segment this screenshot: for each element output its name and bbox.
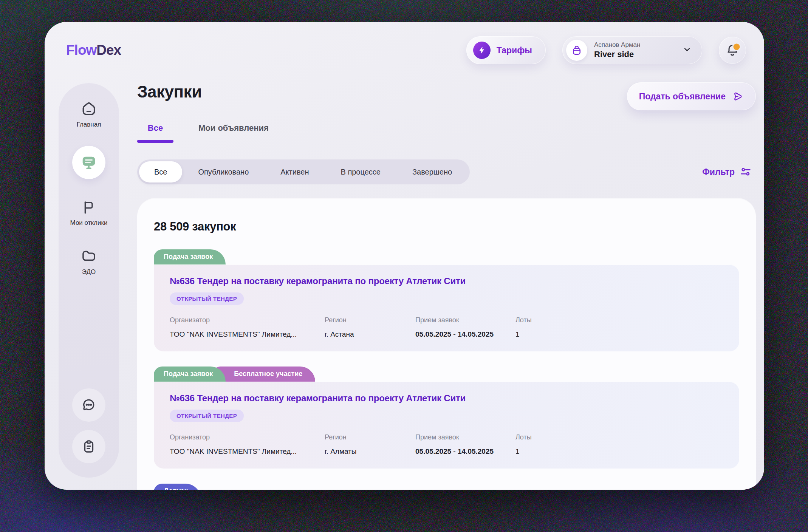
- submit-announcement-label: Подать объявление: [639, 91, 726, 102]
- segment-published[interactable]: Опубликовано: [182, 161, 265, 182]
- user-account-dropdown[interactable]: Аспанов Арман River side: [562, 36, 702, 64]
- status-badges: Допуск: [154, 484, 739, 490]
- period-value: 05.05.2025 - 14.05.2025: [415, 330, 515, 339]
- tender-fields: Организатор Регион Прием заявок Лоты ТОО…: [170, 316, 723, 339]
- tab-all[interactable]: Все: [137, 123, 173, 143]
- segment-all[interactable]: Все: [139, 161, 182, 182]
- company-bag-icon: [566, 40, 587, 61]
- tender-card-group: Подача заявок Бесплатное участие №636 Те…: [154, 367, 739, 469]
- top-bar: FlowDex Тарифы Аспанов Арман: [45, 22, 764, 79]
- status-badge: Допуск: [154, 484, 201, 490]
- sidebar-item-label: Главная: [77, 121, 101, 128]
- tender-type-badge: ОТКРЫТЫЙ ТЕНДЕР: [170, 410, 244, 422]
- tender-card-group: Подача заявок №636 Тендер на поставку ке…: [154, 249, 739, 351]
- segment-done[interactable]: Завершено: [396, 161, 468, 182]
- flowdex-logo: FlowDex: [66, 42, 121, 58]
- segment-active[interactable]: Активен: [265, 161, 325, 182]
- organizer-label: Организатор: [170, 316, 325, 324]
- lots-label: Лоты: [515, 316, 723, 324]
- tariffs-button[interactable]: Тарифы: [466, 36, 546, 64]
- filter-row: Все Опубликовано Активен В процессе Заве…: [137, 159, 756, 184]
- topbar-right-group: Тарифы Аспанов Арман River side: [466, 36, 746, 64]
- region-label: Регион: [325, 433, 415, 441]
- app-window: FlowDex Тарифы Аспанов Арман: [45, 22, 764, 490]
- results-panel: 28 509 закупок Подача заявок №636 Тендер…: [137, 199, 756, 490]
- region-label: Регион: [325, 316, 415, 324]
- period-label: Прием заявок: [415, 433, 515, 441]
- sidebar-item-label: ЭДО: [82, 268, 96, 276]
- sidebar-item-procurements-active[interactable]: [72, 146, 105, 179]
- lots-label: Лоты: [515, 433, 723, 441]
- main-content: Закупки Подать объявление Все Мои объявл…: [137, 82, 756, 490]
- organizer-value: ТОО "NAK INVESTMENTS" Лимитед...: [170, 447, 325, 456]
- billboard-icon: [80, 154, 98, 171]
- status-badge: Подача заявок: [154, 367, 226, 382]
- period-label: Прием заявок: [415, 316, 515, 324]
- send-icon: [732, 91, 744, 102]
- clipboard-icon: [81, 439, 97, 455]
- tender-type-badge: ОТКРЫТЫЙ ТЕНДЕР: [170, 292, 244, 305]
- tender-card[interactable]: №636 Тендер на поставку керамогранита по…: [154, 264, 739, 351]
- folder-icon: [80, 248, 97, 264]
- tender-fields: Организатор Регион Прием заявок Лоты ТОО…: [170, 433, 723, 456]
- status-segmented-control: Все Опубликовано Активен В процессе Заве…: [137, 159, 470, 184]
- notification-dot: [732, 42, 741, 52]
- logo-dex: Dex: [96, 42, 121, 58]
- tariffs-label: Тарифы: [497, 45, 532, 56]
- organizer-label: Организатор: [170, 433, 325, 441]
- sidebar-item-responses[interactable]: Мои отклики: [70, 200, 108, 227]
- period-value: 05.05.2025 - 14.05.2025: [415, 447, 515, 456]
- flag-icon: [81, 200, 97, 215]
- organizer-value: ТОО "NAK INVESTMENTS" Лимитед...: [170, 330, 325, 339]
- tender-card[interactable]: №636 Тендер на поставку керамогранита по…: [154, 382, 739, 469]
- tender-title[interactable]: №636 Тендер на поставку керамогранита по…: [170, 393, 723, 404]
- sidebar-item-label: Мои отклики: [70, 219, 108, 227]
- notifications-button[interactable]: [719, 37, 746, 64]
- logo-flow: Flow: [66, 42, 96, 58]
- tab-my-announcements[interactable]: Мои объявления: [198, 123, 269, 143]
- user-names: Аспанов Арман River side: [594, 41, 640, 59]
- sidebar-item-home[interactable]: Главная: [77, 101, 101, 128]
- tender-title[interactable]: №636 Тендер на поставку керамогранита по…: [170, 276, 723, 286]
- tender-card-group: Допуск: [154, 484, 739, 490]
- chat-icon: [81, 397, 97, 413]
- chevron-down-icon: [682, 44, 692, 56]
- chat-button[interactable]: [72, 388, 105, 422]
- results-count: 28 509 закупок: [154, 220, 739, 234]
- sidebar-item-edo[interactable]: ЭДО: [80, 248, 97, 276]
- segment-in-progress[interactable]: В процессе: [325, 161, 396, 182]
- title-row: Закупки Подать объявление: [137, 82, 756, 110]
- user-name: Аспанов Арман: [594, 41, 640, 49]
- clipboard-button[interactable]: [72, 430, 105, 463]
- status-badges: Подача заявок: [154, 249, 739, 264]
- home-icon: [80, 101, 97, 117]
- lots-value: 1: [515, 330, 723, 339]
- tune-icon: [740, 166, 751, 178]
- tabs: Все Мои объявления: [137, 123, 756, 143]
- lots-value: 1: [515, 447, 723, 456]
- submit-announcement-button[interactable]: Подать объявление: [627, 82, 756, 110]
- filter-button[interactable]: Фильтр: [702, 166, 751, 178]
- filter-label: Фильтр: [702, 167, 735, 177]
- region-value: г. Астана: [325, 330, 415, 339]
- status-badge: Подача заявок: [154, 249, 226, 264]
- lightning-icon: [473, 42, 491, 59]
- user-company: River side: [594, 49, 640, 59]
- sidebar-nav: Главная Мои отклики ЭДО: [59, 83, 119, 478]
- region-value: г. Алматы: [325, 447, 415, 456]
- page-title: Закупки: [137, 82, 202, 101]
- free-participation-badge: Бесплатное участие: [212, 367, 315, 382]
- status-badges: Подача заявок Бесплатное участие: [154, 367, 739, 382]
